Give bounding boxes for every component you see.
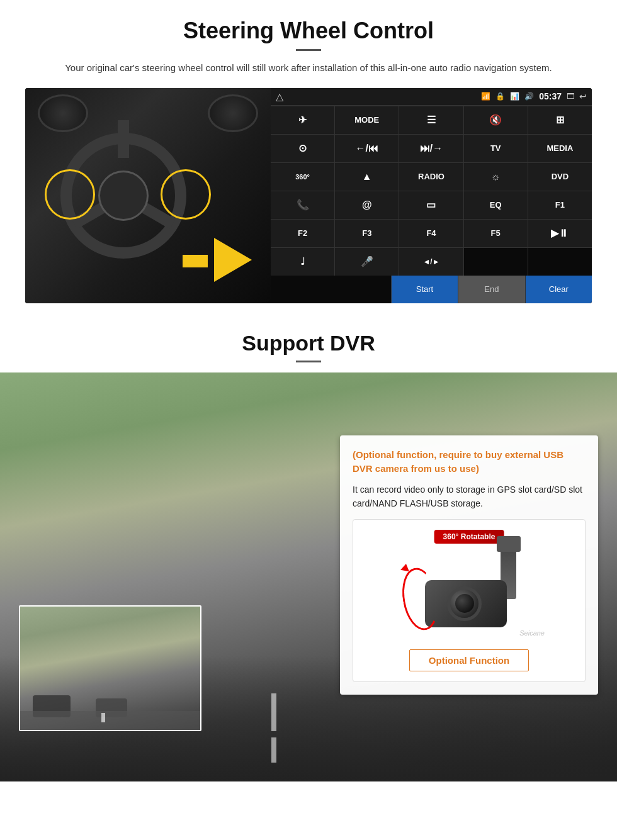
section1-title: Steering Wheel Control [25,18,592,44]
radio-btn-mode[interactable]: MODE [335,106,399,134]
arrow-indicator [214,238,252,284]
volume-icon: 🔊 [524,92,534,101]
dvr-info-card: (Optional function, require to buy exter… [340,435,598,695]
section1-underline [296,49,321,51]
dvr-inset-view [19,605,201,731]
dvr-optional-notice: (Optional function, require to buy exter… [353,448,586,476]
radio-btn-playpause[interactable]: ▶⏸ [528,220,592,247]
radio-btn-media[interactable]: MEDIA [528,135,592,162]
radio-action-row: Start End Clear [271,276,592,303]
dvr-section: Support DVR (Optional function, require … [0,316,617,781]
radio-button-grid: ✈ MODE ☰ 🔇 ⊞ ⊙ ←/⏮ ⏭/→ TV MEDIA 360° ▲ R… [271,106,592,276]
dvr-camera-card: 360° Rotatable Seicane Optional Function [353,519,586,682]
radio-btn-f5[interactable]: F5 [464,220,528,247]
dvr-camera-image: 360° Rotatable Seicane [387,530,551,643]
radio-ui-panel: △ 📶 🔒 📊 🔊 05:37 🗖 ↩ ✈ MODE ☰ 🔇 [271,88,592,303]
steering-wheel-section: Steering Wheel Control Your original car… [0,0,617,316]
radio-btn-eject[interactable]: ▲ [335,163,399,191]
clear-button[interactable]: Clear [526,276,592,303]
radio-btn-f4[interactable]: F4 [399,220,463,247]
radio-btn-mute[interactable]: 🔇 [464,106,528,134]
lock-icon: 🔒 [495,92,505,101]
radio-topbar: △ 📶 🔒 📊 🔊 05:37 🗖 ↩ [271,88,592,106]
section2-underline [296,361,321,362]
radio-btn-web[interactable]: @ [335,191,399,219]
radio-btn-volupdown[interactable]: ◄/► [399,248,463,276]
window-icon: 🗖 [567,92,574,101]
start-button[interactable]: Start [392,276,458,303]
radio-btn-empty3 [271,276,391,303]
radio-btn-menu[interactable]: ☰ [399,106,463,134]
radio-btn-eq[interactable]: EQ [464,191,528,219]
radio-btn-360[interactable]: 360° [271,163,334,191]
badge-360: 360° Rotatable [434,530,504,544]
optional-function-label: Optional Function [409,649,529,671]
radio-btn-f3[interactable]: F3 [335,220,399,247]
radio-btn-apps[interactable]: ⊞ [528,106,592,134]
section2-title: Support DVR [25,331,592,356]
home-icon: △ [276,91,283,103]
back-icon: ↩ [579,91,587,101]
signal-icon: 📊 [510,92,519,101]
watermark: Seicane [519,629,545,637]
right-control-highlight [161,169,211,220]
radio-btn-f1[interactable]: F1 [528,191,592,219]
topbar-time: 05:37 [539,91,562,101]
radio-btn-empty2 [528,248,592,276]
steering-wheel-photo [25,88,271,303]
steering-demo-container: △ 📶 🔒 📊 🔊 05:37 🗖 ↩ ✈ MODE ☰ 🔇 [25,88,592,303]
radio-btn-screen[interactable]: ▭ [399,191,463,219]
radio-btn-mic[interactable]: 🎤 [335,248,399,276]
radio-btn-brightness[interactable]: ☼ [464,163,528,191]
section1-description: Your original car's steering wheel contr… [38,61,579,76]
dvr-background: (Optional function, require to buy exter… [0,372,617,781]
radio-btn-phone[interactable]: 📞 [271,191,334,219]
radio-btn-empty1 [464,248,528,276]
radio-btn-tv[interactable]: TV [464,135,528,162]
radio-btn-send[interactable]: ✈ [271,106,334,134]
wifi-icon: 📶 [481,92,490,101]
dvr-section-header: Support DVR [0,316,617,372]
radio-btn-music[interactable]: ♩ [271,248,334,276]
radio-btn-next[interactable]: ⏭/→ [399,135,463,162]
dvr-body-text: It can record video only to storage in G… [353,483,586,511]
radio-btn-radio[interactable]: RADIO [399,163,463,191]
radio-btn-f2[interactable]: F2 [271,220,334,247]
end-button[interactable]: End [458,276,524,303]
radio-btn-settings[interactable]: ⊙ [271,135,334,162]
radio-btn-dvd[interactable]: DVD [528,163,592,191]
radio-btn-prev[interactable]: ←/⏮ [335,135,399,162]
